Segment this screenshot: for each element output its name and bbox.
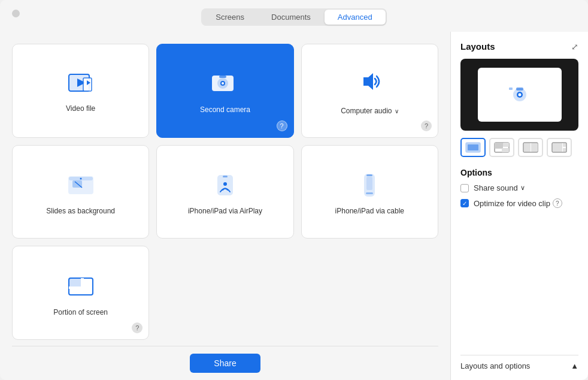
svg-rect-24 xyxy=(69,286,82,289)
video-file-icon xyxy=(66,72,95,98)
bottom-bar: Share xyxy=(12,346,438,380)
svg-rect-18 xyxy=(366,174,372,176)
tab-advanced[interactable]: Advanced xyxy=(325,10,386,25)
share-sound-dropdown[interactable]: ∨ xyxy=(520,184,525,192)
content-area: Video file Second camera xyxy=(0,32,450,380)
computer-audio-label: Computer audio xyxy=(341,107,392,115)
main-layout: Video file Second camera xyxy=(0,32,588,380)
layout-thumbs xyxy=(460,138,578,157)
portion-screen-label: Portion of screen xyxy=(53,308,108,316)
svg-rect-19 xyxy=(366,192,373,194)
svg-rect-16 xyxy=(223,176,228,177)
svg-rect-33 xyxy=(495,143,503,149)
svg-rect-29 xyxy=(509,88,513,90)
footer-chevron[interactable]: ▲ xyxy=(571,361,578,370)
right-panel: Layouts ⤢ xyxy=(450,32,588,380)
optimize-video-checkbox[interactable] xyxy=(460,199,469,207)
svg-marker-9 xyxy=(363,73,373,90)
svg-rect-22 xyxy=(69,278,82,288)
panel-header: Layouts ⤢ xyxy=(460,41,578,52)
footer-label: Layouts and options xyxy=(460,361,530,370)
top-bar: Screens Documents Advanced xyxy=(0,0,588,32)
grid-item-second-camera[interactable]: Second camera ? xyxy=(156,44,293,138)
traffic-light xyxy=(12,10,20,17)
share-button[interactable]: Share xyxy=(190,354,260,373)
tab-screens[interactable]: Screens xyxy=(202,10,257,25)
layout-thumb-full[interactable] xyxy=(460,138,486,157)
portion-screen-badge[interactable]: ? xyxy=(132,322,143,333)
iphone-cable-label: iPhone/iPad via cable xyxy=(335,207,404,215)
optimize-video-label: Optimize for video clip ? xyxy=(474,198,562,208)
grid-item-computer-audio[interactable]: Computer audio ∨ ? xyxy=(301,44,438,138)
svg-rect-37 xyxy=(524,143,531,152)
panel-title: Layouts xyxy=(460,41,495,52)
iphone-airplay-label: iPhone/iPad via AirPlay xyxy=(188,207,262,215)
computer-audio-icon xyxy=(355,70,384,96)
svg-rect-42 xyxy=(563,148,566,152)
layout-thumb-pip[interactable] xyxy=(489,138,514,157)
video-file-label: Video file xyxy=(66,104,95,113)
svg-point-13 xyxy=(80,177,81,179)
svg-rect-41 xyxy=(563,143,566,147)
footer-text: Layouts and options ▲ xyxy=(460,361,578,370)
layout-thumb-advanced[interactable] xyxy=(547,138,572,157)
svg-rect-23 xyxy=(81,278,84,288)
options-section: Options Share sound ∨ Optimize for video… xyxy=(460,168,578,214)
computer-audio-row: Computer audio ∨ xyxy=(341,107,398,115)
second-camera-label: Second camera xyxy=(200,105,250,114)
svg-rect-20 xyxy=(366,177,372,190)
svg-rect-40 xyxy=(553,143,562,152)
second-camera-icon xyxy=(210,71,241,99)
grid-item-slides-background[interactable]: Slides as background xyxy=(12,145,149,239)
slides-background-label: Slides as background xyxy=(46,207,115,215)
svg-rect-28 xyxy=(516,88,523,91)
svg-point-27 xyxy=(518,94,521,96)
iphone-airplay-icon xyxy=(210,172,241,201)
svg-point-15 xyxy=(223,182,227,186)
option-row-optimize-video: Optimize for video clip ? xyxy=(460,198,578,208)
share-sound-label: Share sound ∨ xyxy=(474,183,525,192)
preview-inner xyxy=(478,68,562,122)
svg-rect-8 xyxy=(219,76,226,78)
options-title: Options xyxy=(460,168,578,177)
share-sound-checkbox[interactable] xyxy=(460,184,469,192)
svg-rect-34 xyxy=(503,143,509,147)
grid-item-iphone-cable[interactable]: iPhone/iPad via cable xyxy=(301,145,438,239)
option-row-share-sound: Share sound ∨ xyxy=(460,183,578,192)
expand-icon[interactable]: ⤢ xyxy=(571,42,578,52)
optimize-video-help[interactable]: ? xyxy=(553,198,562,208)
grid: Video file Second camera xyxy=(12,44,438,346)
svg-rect-35 xyxy=(502,148,509,152)
grid-item-video-file[interactable]: Video file xyxy=(12,44,149,138)
app-window: Screens Documents Advanced xyxy=(0,0,588,380)
computer-audio-badge[interactable]: ? xyxy=(421,120,432,131)
svg-rect-31 xyxy=(468,144,478,150)
tab-group: Screens Documents Advanced xyxy=(201,8,386,26)
layout-preview xyxy=(460,59,578,131)
grid-item-iphone-airplay[interactable]: iPhone/iPad via AirPlay xyxy=(156,145,293,239)
layout-thumb-side-by-side[interactable] xyxy=(518,138,543,157)
tab-documents[interactable]: Documents xyxy=(258,10,324,25)
svg-point-7 xyxy=(222,82,224,85)
grid-item-portion-screen[interactable]: Portion of screen ? xyxy=(12,246,149,340)
computer-audio-chevron[interactable]: ∨ xyxy=(395,108,399,114)
second-camera-badge[interactable]: ? xyxy=(277,120,287,131)
slides-background-icon xyxy=(65,172,96,201)
portion-screen-icon xyxy=(65,273,96,302)
svg-rect-38 xyxy=(531,143,538,152)
panel-footer: Layouts and options ▲ xyxy=(460,355,578,370)
iphone-cable-icon xyxy=(354,172,385,201)
